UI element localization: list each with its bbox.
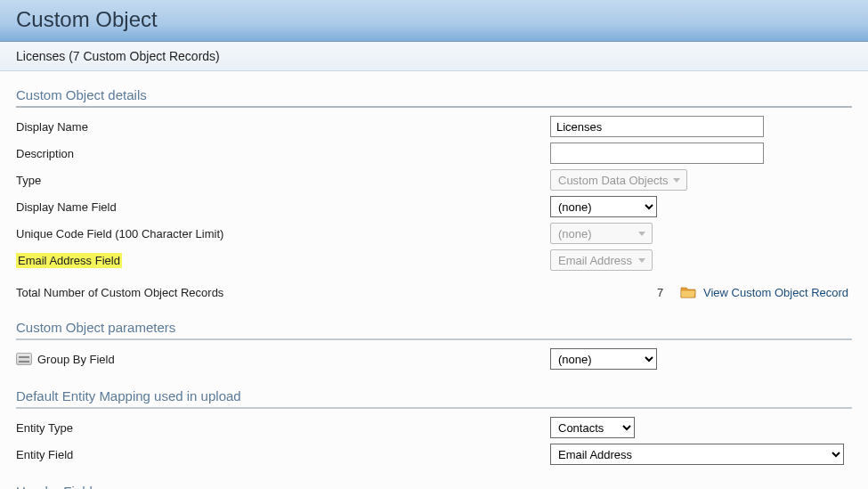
folder-icon (680, 285, 696, 299)
section-title-mapping: Default Entity Mapping used in upload (16, 385, 852, 409)
label-unique-code: Unique Code Field (100 Character Limit) (16, 227, 550, 240)
label-total-records: Total Number of Custom Object Records (16, 286, 657, 299)
row-group-by: Group By Field (none) (16, 346, 852, 372)
page-title: Custom Object (16, 7, 852, 32)
select-display-name-field[interactable]: (none) (550, 196, 657, 217)
label-type: Type (16, 174, 550, 187)
row-display-name: Display Name (16, 113, 852, 140)
page-subheader: Licenses (7 Custom Object Records) (0, 42, 868, 71)
row-unique-code: Unique Code Field (100 Character Limit) … (16, 220, 852, 247)
label-email-field: Email Address Field (16, 253, 122, 268)
select-group-by[interactable]: (none) (550, 348, 657, 370)
select-email-field-disabled: Email Address (550, 249, 653, 271)
input-description[interactable] (550, 143, 764, 164)
select-entity-field[interactable]: Email Address (550, 444, 844, 465)
row-description: Description (16, 140, 852, 167)
row-total-records: Total Number of Custom Object Records 7 … (16, 281, 852, 304)
content-area: Custom Object details Display Name Descr… (0, 71, 868, 489)
group-by-icon (16, 353, 32, 365)
label-display-name-field: Display Name Field (16, 200, 550, 214)
label-entity-type: Entity Type (16, 421, 550, 435)
label-group-by: Group By Field (16, 353, 550, 366)
subheader-text: Licenses (7 Custom Object Records) (16, 49, 220, 63)
section-title-header-fields: Header Fields (16, 480, 852, 489)
row-entity-field: Entity Field Email Address (16, 441, 852, 468)
select-unique-code-disabled: (none) (550, 223, 653, 244)
label-display-name: Display Name (16, 120, 550, 134)
page-header: Custom Object (0, 0, 868, 42)
row-entity-type: Entity Type Contacts (16, 414, 852, 441)
row-display-name-field: Display Name Field (none) (16, 193, 852, 220)
label-entity-field: Entity Field (16, 448, 550, 461)
section-title-params: Custom Object parameters (16, 316, 852, 340)
row-type: Type Custom Data Objects (16, 167, 852, 193)
label-description: Description (16, 147, 550, 160)
row-email-field: Email Address Field Email Address (16, 247, 852, 273)
select-entity-type[interactable]: Contacts (550, 417, 635, 438)
section-title-details: Custom Object details (16, 84, 852, 108)
view-records-link[interactable]: View Custom Object Record (703, 286, 848, 299)
input-display-name[interactable] (550, 116, 764, 137)
total-records-value: 7 (657, 286, 673, 299)
select-type-disabled: Custom Data Objects (550, 169, 687, 191)
